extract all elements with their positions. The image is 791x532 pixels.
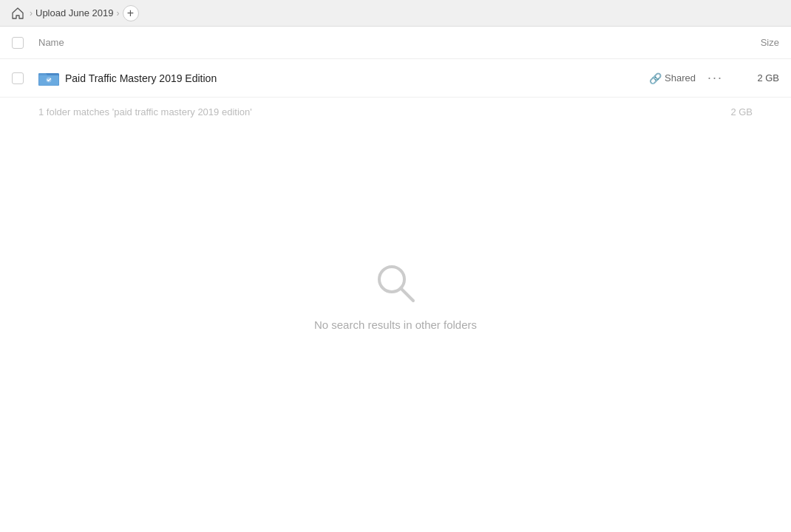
file-name: Paid Traffic Mastery 2019 Edition	[65, 72, 649, 84]
svg-line-4	[401, 288, 413, 301]
table-header: Name Size	[0, 27, 791, 59]
name-column-header: Name	[38, 37, 720, 48]
match-info-text: 1 folder matches 'paid traffic mastery 2…	[38, 106, 252, 117]
breadcrumb-separator: ›	[30, 8, 33, 18]
size-column-header: Size	[720, 37, 779, 48]
row-checkbox[interactable]	[12, 72, 24, 84]
main-content: Name Size Paid Traffic Mastery 2019 Edit…	[0, 27, 791, 532]
match-info-size: 2 GB	[730, 106, 753, 117]
breadcrumb-label: Upload June 2019	[35, 7, 114, 18]
home-button[interactable]	[9, 4, 27, 22]
select-all-checkbox-col[interactable]	[12, 37, 38, 49]
add-button[interactable]: +	[123, 5, 139, 21]
shared-label: Shared	[665, 72, 696, 83]
more-options-button[interactable]: ···	[707, 70, 723, 86]
empty-message: No search results in other folders	[314, 318, 477, 331]
file-size: 2 GB	[735, 72, 779, 83]
top-bar: › Upload June 2019 › +	[0, 0, 791, 27]
folder-icon	[38, 69, 65, 87]
empty-state: No search results in other folders	[0, 259, 791, 331]
select-all-checkbox[interactable]	[12, 37, 24, 49]
table-row[interactable]: Paid Traffic Mastery 2019 Edition 🔗 Shar…	[0, 59, 791, 98]
shared-badge: 🔗 Shared	[649, 72, 696, 84]
link-icon: 🔗	[649, 72, 662, 84]
row-checkbox-col[interactable]	[12, 72, 38, 84]
search-icon	[372, 259, 419, 307]
breadcrumb-separator-2: ›	[117, 8, 120, 18]
match-info-row: 1 folder matches 'paid traffic mastery 2…	[0, 98, 791, 126]
